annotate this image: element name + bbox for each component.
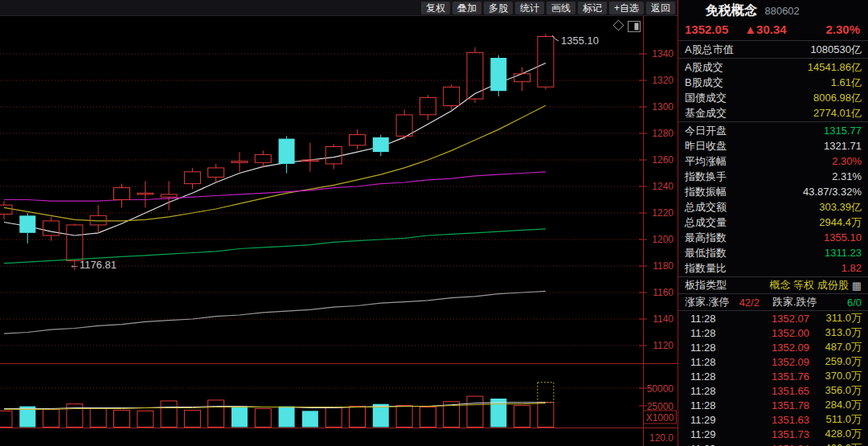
volume-bar[interactable] xyxy=(373,404,389,428)
volume-bar[interactable] xyxy=(90,409,106,428)
ma-line-white xyxy=(4,63,546,236)
quote-header: 免税概念 880602 1352.05 ▲30.34 2.30% xyxy=(678,0,868,41)
stat-value: 2.31% xyxy=(832,170,862,182)
advancers-value: 42/2 xyxy=(739,297,760,309)
volume-bar[interactable] xyxy=(161,401,177,428)
stat-value: 1.82 xyxy=(841,262,862,274)
volume-bar[interactable] xyxy=(326,408,342,428)
candle[interactable] xyxy=(514,68,530,92)
candle[interactable] xyxy=(396,109,412,140)
volume-bar[interactable] xyxy=(514,406,530,428)
stat-label: 总成交额 xyxy=(685,200,727,215)
stat-value: 1355.10 xyxy=(824,231,862,243)
svg-text:1120: 1120 xyxy=(653,340,674,351)
stat-label: 指数量比 xyxy=(685,261,727,276)
volume-bar[interactable] xyxy=(467,396,483,427)
volume-bar[interactable] xyxy=(396,406,412,428)
candle[interactable] xyxy=(184,168,200,189)
candle[interactable] xyxy=(467,47,483,103)
candle[interactable] xyxy=(350,129,366,149)
candle[interactable] xyxy=(538,34,554,89)
volume-bar[interactable] xyxy=(420,407,436,428)
candle[interactable] xyxy=(19,213,35,243)
volume-bar[interactable] xyxy=(350,407,366,428)
candle[interactable] xyxy=(114,184,130,208)
svg-text:50000: 50000 xyxy=(647,383,674,395)
last-price: 1352.05 xyxy=(685,23,728,36)
candle[interactable] xyxy=(420,95,436,120)
volume-bar[interactable] xyxy=(255,409,271,428)
candle[interactable] xyxy=(161,181,177,210)
stat-row: 国债成交8006.98亿 xyxy=(678,90,868,105)
advancers-decliners-row: 涨家.涨停 42/2 跌家.跌停 6/0 xyxy=(678,294,868,311)
decliners-value: 6/0 xyxy=(847,297,862,309)
candle[interactable] xyxy=(137,181,154,207)
stat-value: 8006.98亿 xyxy=(813,91,862,105)
toolbar-button-1[interactable]: 叠加 xyxy=(452,2,481,14)
candle[interactable] xyxy=(326,144,342,169)
volume-bar[interactable] xyxy=(279,407,295,428)
candle[interactable] xyxy=(490,55,506,96)
tick-time: 11:29 xyxy=(690,428,732,440)
candle[interactable] xyxy=(373,135,389,157)
tick-price: 1351.76 xyxy=(732,370,809,383)
volume-bar[interactable] xyxy=(302,411,318,427)
toolbar-button-4[interactable]: 画线 xyxy=(547,2,575,14)
stat-row: A股成交14541.86亿 xyxy=(678,59,868,75)
tick-volume: 511.0万 xyxy=(809,412,862,427)
toolbar-button-5[interactable]: 标记 xyxy=(578,2,607,14)
svg-text:1180: 1180 xyxy=(653,260,674,272)
tick-list[interactable]: 11:281352.07311.0万11:281352.00313.0万11:2… xyxy=(678,311,868,446)
candle[interactable] xyxy=(0,201,12,219)
diamond-icon[interactable] xyxy=(613,20,624,31)
stat-label: 平均涨幅 xyxy=(685,154,727,169)
svg-text:1220: 1220 xyxy=(652,207,674,219)
ma-line-yellow xyxy=(4,105,546,221)
candle[interactable] xyxy=(231,152,248,172)
candle[interactable] xyxy=(302,143,318,172)
tick-row: 11:291351.63511.0万 xyxy=(678,412,868,427)
toolbar-button-2[interactable]: 多股 xyxy=(484,2,513,14)
tick-volume: 487.0万 xyxy=(809,340,862,354)
volume-bar[interactable] xyxy=(538,403,554,428)
vol-ma-white xyxy=(4,403,546,409)
stat-label: A股成交 xyxy=(685,60,723,75)
volume-bar[interactable] xyxy=(208,400,224,428)
layout-icon[interactable] xyxy=(628,22,641,32)
candle[interactable] xyxy=(90,205,106,233)
tick-volume: 311.0万 xyxy=(809,311,862,325)
volume-bar[interactable] xyxy=(43,409,59,427)
stat-label: 基金成交 xyxy=(685,106,727,121)
candle[interactable] xyxy=(444,84,460,109)
toolbar-button-3[interactable]: 统计 xyxy=(515,2,544,14)
tick-row: 11:281352.00313.0万 xyxy=(678,325,868,340)
tick-row: 11:281351.76370.0万 xyxy=(678,369,868,383)
tick-volume: 370.0万 xyxy=(809,369,862,383)
advancers-label: 涨家.涨停 xyxy=(685,295,730,309)
kline-chart[interactable]: 1340132013001280126012401220120011801160… xyxy=(0,0,678,446)
volume-bar[interactable] xyxy=(114,410,130,427)
svg-text:1160: 1160 xyxy=(653,287,674,298)
volume-ma-lines xyxy=(4,403,546,410)
toolbar-button-6[interactable]: +自选 xyxy=(609,2,644,14)
volume-bar[interactable] xyxy=(0,411,12,427)
volume-bar[interactable] xyxy=(231,407,248,428)
tick-price: 1352.09 xyxy=(732,356,809,368)
candle[interactable] xyxy=(279,136,295,173)
toolbar-button-0[interactable]: 复权 xyxy=(421,2,450,14)
tick-time: 11:28 xyxy=(690,370,732,383)
tick-time: 11:28 xyxy=(690,313,732,325)
candle[interactable] xyxy=(208,164,224,182)
volume-bar[interactable] xyxy=(137,411,154,427)
volume-bar[interactable] xyxy=(184,410,200,427)
components-grid-icon[interactable]: ▦ xyxy=(852,280,862,292)
stat-row: 总成交额303.39亿 xyxy=(678,199,868,215)
board-type-values[interactable]: 概念 等权 成份股 xyxy=(769,278,848,293)
stat-row: 指数振幅43.87/3.32% xyxy=(678,184,868,199)
stat-row: 平均涨幅2.30% xyxy=(678,153,868,169)
svg-text:1240: 1240 xyxy=(652,181,674,192)
index-name: 免税概念 xyxy=(706,3,757,17)
stat-row: A股总市值1080530亿 xyxy=(678,42,868,57)
toolbar-button-7[interactable]: 返回 xyxy=(646,2,675,14)
candle[interactable] xyxy=(43,217,59,241)
